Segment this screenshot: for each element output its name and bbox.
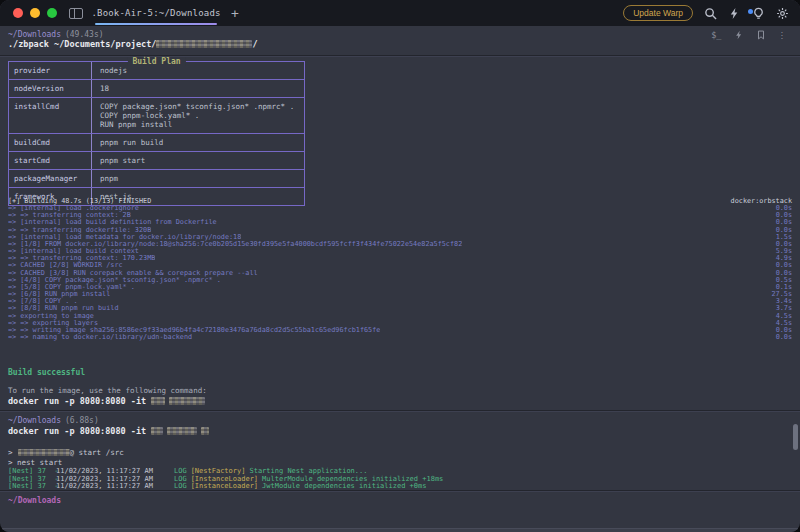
docker-step: => CACHED [3/8] RUN corepack enable && c… [8,270,792,277]
sidebar-toggle-icon[interactable] [69,8,83,19]
current-prompt-block[interactable]: ~/Downloads [0,490,800,532]
docker-step-text: => CACHED [2/8] WORKDIR /src [8,262,123,269]
run-command-text: docker run -p 8080:8080 -it [8,396,146,406]
prompt-duration: (6.88s) [65,416,99,425]
search-icon[interactable] [704,7,717,20]
docker-step: => [7/8] COPY . . 3.4s [8,298,792,305]
terminal-tab[interactable]: .Book-Air-5:~/Downloads [95,0,217,26]
scrollbar-thumb[interactable] [793,424,798,450]
redacted-image-flag [151,427,163,435]
suggested-run-command: docker run -p 8080:8080 -it [8,396,205,406]
build-output-block: Build Plan provider nodejs nodeVersion 1… [0,55,800,410]
build-plan-key: provider [9,62,91,79]
nest-start-line: > nest start [8,458,62,467]
notification-dot [748,9,753,14]
docker-step: => [6/8] RUN pnpm install 27.5s [8,291,792,298]
bookmark-icon[interactable] [756,30,766,40]
nest-log-line: [Nest] 37 - 11/02/2023, 11:17:27 AM LOG … [8,483,792,490]
terminal-prompt-icon[interactable]: $_ [711,30,721,40]
log-message: JwtModule dependencies initialized +0ms [262,483,426,490]
prompt-path: ~/Downloads [8,30,61,39]
build-plan-row: nodeVersion 18 [9,79,304,97]
docker-step-text: => => writing image sha256:8586ec9f33aed… [8,327,380,334]
titlebar-actions: Update Warp [623,5,789,21]
docker-step: => [internal] load .dockerignore 0.0s [8,205,792,212]
prompt-line: ~/Downloads(49.43s) [8,30,104,39]
docker-step: => CACHED [2/8] WORKDIR /src 0.0s [8,262,792,269]
docker-build-status: [+] Building 48.7s (13/13) FINISHED [8,198,151,205]
build-plan-value: pnpm start [91,152,304,169]
prompt-duration: (49.43s) [65,30,104,39]
docker-step: => => naming to docker.io/library/udn-ba… [8,334,792,341]
docker-step-text: => => transferring dockerfile: 320B [8,227,151,234]
command-text: docker run -p 8080:8080 -it [8,426,146,436]
redacted-image-flag [151,397,165,405]
build-plan-row: startCmd pnpm start [9,151,304,169]
docker-step: => [5/8] COPY pnpm-lock.yaml* . 0.1s [8,284,792,291]
docker-step-text: => [internal] load .dockerignore [8,205,139,212]
new-tab-button[interactable]: + [231,7,239,20]
script-suffix: @ start /src [70,448,124,457]
docker-step-text: => [internal] load build definition from… [8,219,217,226]
command-block-zbpack[interactable]: ~/Downloads(49.43s) ./zbpack ~/Documents… [0,26,800,55]
build-plan-value: pnpm run build [91,134,304,151]
redacted-package-name [18,449,70,456]
redacted-image-name [167,427,197,435]
log-prefix: [Nest] 37 - [8,483,56,490]
tips-lightbulb-icon[interactable] [752,7,765,20]
build-success-message: Build successful [8,368,85,377]
zoom-window-button[interactable] [47,8,57,18]
docker-step-text: => => naming to docker.io/library/udn-ba… [8,334,192,341]
more-options-icon[interactable]: ⋮ [778,30,787,40]
prompt-path: ~/Downloads [8,416,61,425]
build-plan-row: installCmd COPY package.json* tsconfig.j… [9,97,304,133]
build-plan-value: COPY package.json* tsconfig.json* .npmrc… [91,98,304,133]
build-plan-value: pnpm [91,170,304,187]
docker-step-text: => [7/8] COPY . . [8,298,78,305]
docker-step-text: => [internal] load metadata for docker.i… [8,234,241,241]
docker-step: => [8/8] RUN pnpm run build 3.7s [8,305,792,312]
prompt-line: ~/Downloads [8,496,61,505]
settings-gear-icon[interactable] [776,7,789,20]
docker-step-text: => [8/8] RUN pnpm run build [8,305,119,312]
update-warp-button[interactable]: Update Warp [623,5,693,21]
traffic-lights [13,8,57,18]
tab-title: .Book-Air-5:~/Downloads [91,8,220,18]
redacted-project-name [156,40,252,48]
docker-step-text: => [1/8] FROM docker.io/library/node:18@… [8,241,462,248]
docker-build-log: [+] Building 48.7s (13/13) FINISHED dock… [8,198,792,341]
minimize-window-button[interactable] [30,8,40,18]
docker-step: => => transferring context: 170.23MB 4.9… [8,255,792,262]
active-tab-underline [95,23,217,25]
docker-step: => [1/8] FROM docker.io/library/node:18@… [8,241,792,248]
bolt-icon[interactable] [734,30,744,40]
command-text-suffix: / [252,39,257,49]
build-plan-key: startCmd [9,152,91,169]
build-plan-key: packageManager [9,170,91,187]
docker-step: => => transferring context: 2B 0.0s [8,212,792,219]
nest-log-output: [Nest] 37 - 11/02/2023, 11:17:27 AM LOG … [8,468,792,490]
build-plan-value: nodejs [91,62,304,79]
ai-lightning-icon[interactable] [728,7,741,20]
docker-step-text: => [internal] load build context [8,248,139,255]
docker-step-text: => [6/8] RUN pnpm install [8,291,110,298]
command-block-docker-run[interactable]: ~/Downloads(6.88s) docker run -p 8080:80… [0,410,800,490]
warp-terminal-window: .Book-Air-5:~/Downloads + Update Warp ~/… [0,0,800,532]
log-context: [InstanceLoader] [191,483,258,490]
close-window-button[interactable] [13,8,23,18]
docker-step: => [internal] load build definition from… [8,219,792,226]
docker-build-header: [+] Building 48.7s (13/13) FINISHED dock… [8,198,792,205]
build-plan-key: nodeVersion [9,80,91,97]
docker-run-command: docker run -p 8080:8080 -it [8,426,209,436]
docker-step-time: 0.0s [776,334,792,341]
docker-step: => [internal] load build context 5.9s [8,248,792,255]
docker-step: => => transferring dockerfile: 320B 0.0s [8,227,792,234]
docker-step: => => exporting layers 4.5s [8,320,792,327]
log-level: LOG [174,483,187,490]
build-plan-key: installCmd [9,98,91,133]
prompt-path: ~/Downloads [8,496,61,505]
docker-step: => exporting to image 4.5s [8,313,792,320]
docker-step-text: => => exporting layers [8,320,98,327]
prompt-line: ~/Downloads(6.88s) [8,416,99,425]
command-text-prefix: ./zbpack ~/Documents/project/ [8,39,156,49]
